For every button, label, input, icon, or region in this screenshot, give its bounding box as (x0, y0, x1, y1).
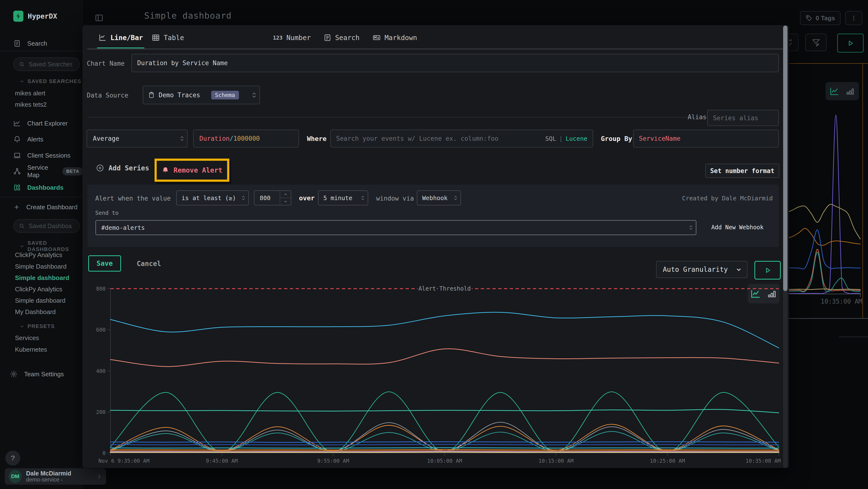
plus-circle-icon (96, 164, 104, 172)
tags-button[interactable]: 0 Tags (800, 11, 840, 25)
svg-text:800: 800 (96, 286, 105, 292)
where-search-input[interactable] (331, 135, 525, 142)
create-dashboard-button[interactable]: Create Dashboard (13, 202, 78, 212)
step-up-icon[interactable] (280, 191, 291, 198)
add-series-button[interactable]: Add Series (96, 164, 149, 172)
dashboard-item[interactable]: ClickPy Analytics (15, 250, 62, 260)
chevron-down-icon (735, 266, 742, 273)
alert-channel-select[interactable]: Webhook (417, 191, 461, 205)
sidebar-item-alerts[interactable]: Alerts (13, 134, 43, 145)
group-by-label: Group By (601, 135, 632, 142)
saved-dashboards-input[interactable] (28, 222, 72, 230)
saved-searches-input[interactable] (28, 61, 72, 68)
dashboard-item[interactable]: ClickPy Analytics (15, 284, 62, 294)
saved-search-label: mikes tets2 (15, 101, 47, 108)
alert-prefix: Alert when the value (95, 195, 171, 202)
tab-line-bar[interactable]: Line/Bar (98, 30, 143, 45)
svg-text:10:35:00 AM: 10:35:00 AM (745, 458, 781, 464)
sidebar-item-dashboards[interactable]: Dashboards (13, 182, 63, 193)
saved-searches-header[interactable]: SAVED SEARCHES (20, 78, 82, 84)
create-dashboard-label: Create Dashboard (26, 203, 78, 211)
aggregation-value: Average (93, 135, 119, 142)
sql-option[interactable]: SQL (545, 135, 556, 142)
user-card[interactable]: DM Dale McDiarmid demo-service - (5, 468, 106, 485)
condition-value: is at least (≥) (182, 195, 236, 202)
preset-item[interactable]: Kubernetes (15, 345, 47, 354)
bg-chart-type-toggle[interactable] (826, 82, 859, 100)
alias-field[interactable] (707, 110, 779, 126)
tab-search[interactable]: Search (323, 30, 360, 45)
svg-text:200: 200 (96, 409, 105, 415)
add-new-webhook-button[interactable]: Add New Webhook (711, 224, 764, 231)
brand[interactable]: HyperDX (13, 10, 57, 22)
sidebar-item-label: Chart Explorer (27, 120, 68, 127)
chart-name-input[interactable] (132, 59, 778, 67)
updown-chevrons-icon (689, 225, 696, 230)
group-by-input[interactable] (633, 135, 778, 142)
group-by-field[interactable] (633, 130, 779, 147)
step-down-icon[interactable] (280, 198, 291, 205)
sidebar-item-chart-explorer[interactable]: Chart Explorer (13, 118, 68, 128)
preview-chart: 0200400600800Nov 6 9:35:00 AM9:45:00 AM9… (96, 282, 781, 465)
remove-alert-button[interactable]: Remove Alert (161, 166, 222, 174)
presets-header[interactable]: PRESETS (20, 323, 55, 329)
line-chart-icon (98, 33, 106, 42)
sidebar-item-search[interactable]: Search (13, 38, 47, 49)
send-to-select[interactable]: #demo-alerts (95, 220, 696, 235)
alert-config-panel: Alert when the value is at least (≥) 800… (88, 185, 779, 247)
query-language-toggle[interactable]: SQL | Lucene (545, 135, 593, 142)
preset-item[interactable]: Services (15, 333, 39, 343)
run-chart-button[interactable] (754, 261, 781, 280)
dashboard-item[interactable]: Simple Dashboard (15, 262, 66, 271)
send-to-value: #demo-alerts (101, 224, 145, 231)
save-button[interactable]: Save (88, 255, 121, 271)
alias-input[interactable] (708, 114, 778, 122)
filter-button[interactable] (805, 33, 827, 51)
sidebar-item-label: Service Map (27, 164, 56, 179)
chart-name-label: Chart Name (87, 60, 125, 67)
kebab-menu-button[interactable] (845, 11, 862, 25)
help-button[interactable]: ? (5, 451, 20, 466)
set-number-format-button[interactable]: Set number format (705, 164, 779, 178)
granularity-value: Auto Granularity (663, 265, 728, 274)
modal-scrollbar[interactable] (783, 25, 787, 468)
data-source-label: Data Source (87, 92, 128, 99)
tab-table[interactable]: Table (152, 30, 184, 45)
dashboard-item-active[interactable]: Simple dashboard (15, 273, 69, 283)
line-chart-icon[interactable] (830, 86, 840, 96)
alert-condition-select[interactable]: is at least (≥) (176, 191, 249, 205)
bg-divider (786, 318, 868, 319)
saved-searches-search[interactable] (13, 57, 80, 71)
sidebar-item-service-map[interactable]: Service Map BETA (13, 166, 83, 177)
svg-text:9:55:00 AM: 9:55:00 AM (317, 458, 349, 464)
saved-search-item[interactable]: mikes tets2 (15, 100, 47, 109)
aggregation-select[interactable]: Average (87, 130, 188, 147)
dashboard-label: Simple Dashboard (15, 263, 66, 270)
alert-window-select[interactable]: 5 minute (318, 191, 368, 205)
header-play-button[interactable] (837, 33, 864, 53)
bar-chart-icon[interactable] (846, 87, 855, 96)
scrollbar-thumb[interactable] (783, 26, 787, 291)
where-search-field[interactable]: SQL | Lucene (330, 130, 593, 147)
lucene-option[interactable]: Lucene (566, 135, 587, 142)
svg-text:9:45:00 AM: 9:45:00 AM (206, 458, 238, 464)
dashboard-item[interactable]: Simple dashboard (15, 296, 66, 305)
channel-value: Webhook (422, 195, 447, 202)
cancel-button[interactable]: Cancel (137, 260, 161, 268)
data-source-select[interactable]: Demo Traces Schema (143, 86, 260, 104)
granularity-select[interactable]: Auto Granularity (656, 261, 747, 278)
alert-threshold-input[interactable]: 800 (254, 191, 291, 205)
updown-chevrons-icon (242, 196, 248, 200)
chart-name-field[interactable] (131, 54, 779, 72)
sidebar-item-team-settings[interactable]: Team Settings (10, 369, 64, 379)
saved-search-item[interactable]: mikes alert (15, 88, 45, 98)
sidebar-collapse-icon[interactable] (95, 13, 103, 22)
updown-chevrons-icon (250, 92, 259, 98)
tab-number[interactable]: 123 Number (273, 30, 311, 45)
sidebar-item-client-sessions[interactable]: Client Sessions (13, 150, 70, 161)
saved-dashboards-search[interactable] (13, 219, 80, 233)
field-expression[interactable]: Duration/1000000 (193, 130, 299, 147)
number-stepper[interactable] (280, 191, 291, 205)
dashboard-item[interactable]: My Dashboard (15, 307, 56, 317)
tab-markdown[interactable]: Markdown (373, 30, 417, 45)
